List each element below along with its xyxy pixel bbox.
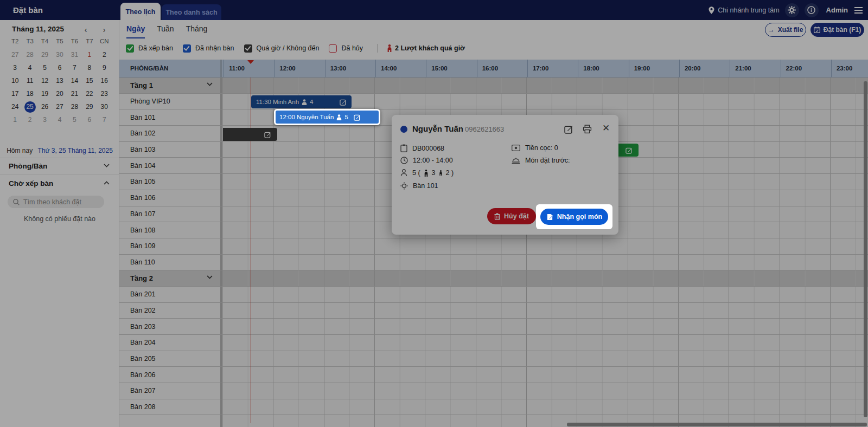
calendar-day[interactable]: 1 [8, 114, 22, 126]
sidebar-section-rooms[interactable]: Phòng/Bàn [0, 159, 119, 174]
booking-chip-minh-anh[interactable]: 11:30 Minh Anh 4 [251, 95, 352, 108]
sidebar-section-cho-xep-ban[interactable]: Chờ xếp bàn [0, 176, 119, 191]
checkbox-unchecked[interactable] [329, 44, 337, 53]
room-label[interactable]: Bàn 109 [119, 238, 222, 254]
search-input[interactable]: Tìm theo khách đặt [8, 196, 104, 208]
calendar-day[interactable]: 4 [52, 114, 67, 126]
floor-label[interactable]: Tầng 1 [119, 77, 222, 93]
calendar-day[interactable]: 6 [82, 114, 97, 126]
timeline-cell[interactable] [222, 238, 868, 254]
edit-icon[interactable] [340, 99, 347, 106]
checkbox-checked[interactable] [126, 44, 134, 53]
tab-theo-lich[interactable]: Theo lịch [120, 3, 161, 20]
calendar-day[interactable]: 5 [37, 62, 52, 74]
room-label[interactable]: Bàn 201 [119, 287, 222, 302]
book-table-button[interactable]: Đặt bàn (F1) [810, 23, 864, 37]
calendar-day[interactable]: 19 [37, 88, 52, 100]
room-label[interactable]: Bàn 205 [119, 351, 222, 367]
floor-label[interactable]: Tầng 2 [119, 270, 222, 286]
room-label[interactable]: Bàn 105 [119, 174, 222, 190]
timeline-cell[interactable] [222, 383, 868, 399]
booking-chip-nguyen-tuan-selected[interactable]: 12:00 Nguyễn Tuấn 5 [274, 109, 380, 125]
calendar-day[interactable]: 3 [37, 114, 52, 126]
room-label[interactable]: Bàn 206 [119, 367, 222, 383]
timeline-cell[interactable] [222, 351, 868, 367]
user-menu[interactable]: Admin [826, 6, 848, 14]
room-label[interactable]: Bàn 208 [119, 399, 222, 415]
calendar-day[interactable]: 24 [8, 101, 22, 113]
calendar-day[interactable]: 27 [52, 101, 67, 113]
room-label[interactable]: Bàn 108 [119, 222, 222, 238]
calendar-day[interactable]: 5 [67, 114, 82, 126]
calendar-day[interactable]: 27 [8, 49, 22, 61]
vertical-scrollbar[interactable] [864, 81, 867, 417]
room-label[interactable]: Bàn 104 [119, 158, 222, 173]
timeline-cell[interactable] [222, 287, 868, 302]
room-label[interactable]: Bàn 204 [119, 335, 222, 351]
calendar-day-selected[interactable]: 25 [22, 101, 37, 113]
checkbox-checked[interactable] [244, 44, 252, 53]
calendar-day[interactable]: 3 [8, 62, 22, 74]
export-file-button[interactable]: → Xuất file [765, 23, 806, 37]
timeline-cell[interactable] [222, 255, 868, 270]
calendar-day[interactable]: 28 [22, 49, 37, 61]
room-label[interactable]: Bàn 203 [119, 319, 222, 334]
room-label[interactable]: Bàn 202 [119, 303, 222, 319]
room-label[interactable] [119, 415, 222, 427]
cancel-booking-button[interactable]: Hủy đặt [487, 208, 536, 224]
calendar-day[interactable]: 1 [82, 49, 97, 61]
room-label[interactable]: Bàn 103 [119, 142, 222, 158]
calendar-day[interactable]: 2 [22, 114, 37, 126]
calendar-day[interactable]: 10 [8, 75, 22, 87]
accept-order-button[interactable]: Nhận gọi món [540, 209, 608, 225]
calendar-day[interactable]: 29 [37, 49, 52, 61]
room-label[interactable]: Bàn 110 [119, 255, 222, 270]
calendar-day[interactable]: 11 [22, 75, 37, 87]
horizontal-scrollbar[interactable] [567, 423, 867, 426]
calendar-day[interactable]: 13 [52, 75, 67, 87]
timeline-cell[interactable] [222, 319, 868, 334]
calendar-day[interactable]: 30 [52, 49, 67, 61]
calendar-day[interactable]: 23 [97, 88, 112, 100]
calendar-day[interactable]: 16 [97, 75, 112, 87]
calendar-day[interactable]: 29 [82, 101, 97, 113]
calendar-day[interactable]: 21 [67, 88, 82, 100]
timeline-cell[interactable] [222, 77, 868, 93]
today-label[interactable]: Hôm nay [7, 147, 33, 154]
timeline-cell[interactable] [222, 399, 868, 415]
calendar-day[interactable]: 4 [22, 62, 37, 74]
view-tab-month[interactable]: Tháng [186, 24, 208, 38]
checkbox-checked[interactable] [183, 44, 191, 53]
timeline-cell[interactable] [222, 335, 868, 351]
edit-reservation-icon[interactable] [564, 125, 573, 134]
edit-icon[interactable] [626, 147, 633, 154]
today-date-link[interactable]: Thứ 3, 25 Tháng 11, 2025 [38, 147, 113, 154]
calendar-day[interactable]: 12 [37, 75, 52, 87]
calendar-day[interactable]: 28 [67, 101, 82, 113]
edit-icon[interactable] [354, 114, 361, 121]
calendar-day[interactable]: 7 [67, 62, 82, 74]
chevron-down-icon[interactable] [207, 275, 213, 279]
calendar-day[interactable]: 7 [97, 114, 112, 126]
calendar-day[interactable]: 17 [8, 88, 22, 100]
room-label[interactable]: Bàn 101 [119, 109, 222, 125]
timeline-cell[interactable] [222, 367, 868, 383]
room-label[interactable]: Bàn 207 [119, 383, 222, 399]
chevron-down-icon[interactable] [207, 82, 213, 86]
calendar-day[interactable]: 15 [82, 75, 97, 87]
calendar-day[interactable]: 30 [97, 101, 112, 113]
calendar-day[interactable]: 6 [52, 62, 67, 74]
edit-icon[interactable] [264, 131, 271, 138]
filter-qua-gio[interactable]: Quá giờ / Không đến [244, 44, 320, 53]
booking-chip-overdue[interactable] [223, 128, 277, 141]
view-tab-week[interactable]: Tuần [157, 24, 174, 38]
filter-da-huy[interactable]: Đã hủy [329, 44, 363, 53]
filter-da-nhan-ban[interactable]: Đã nhận bàn [183, 44, 234, 53]
calendar-day[interactable]: 9 [97, 62, 112, 74]
room-label[interactable]: Bàn 107 [119, 206, 222, 222]
calendar-day[interactable]: 22 [82, 88, 97, 100]
view-tab-day[interactable]: Ngày [126, 24, 145, 38]
calendar-day[interactable]: 8 [82, 62, 97, 74]
calendar-day[interactable]: 2 [97, 49, 112, 61]
timeline-cell[interactable] [222, 303, 868, 319]
